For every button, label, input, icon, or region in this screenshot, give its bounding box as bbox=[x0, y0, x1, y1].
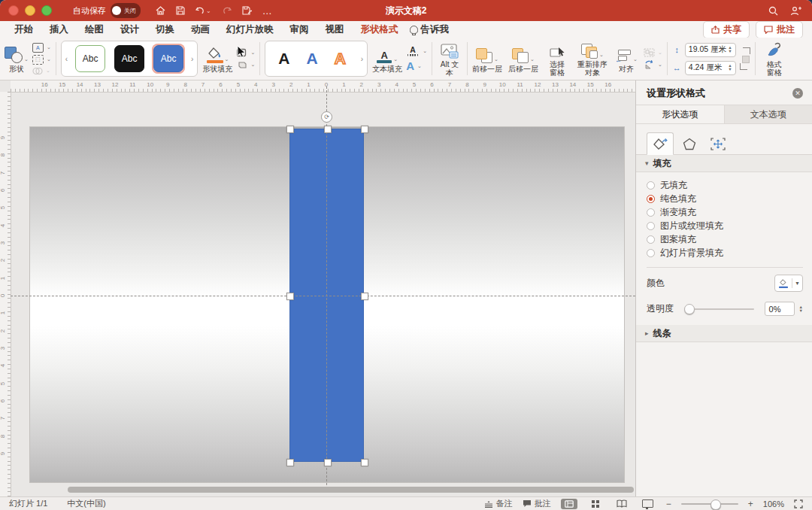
selection-handle[interactable] bbox=[361, 459, 368, 466]
fill-option[interactable]: 纯色填充 bbox=[647, 192, 812, 205]
fill-option[interactable]: 幻灯片背景填充 bbox=[647, 246, 812, 260]
fill-line-tab[interactable] bbox=[647, 132, 674, 155]
shape-outline-button[interactable]: ⌄ bbox=[236, 48, 255, 58]
tell-me-button[interactable]: 告诉我 bbox=[410, 23, 450, 36]
ribbon-tab[interactable]: 绘图 bbox=[77, 22, 112, 38]
home-icon[interactable] bbox=[156, 6, 165, 15]
shape-style-thumbnail[interactable]: Abc bbox=[74, 44, 107, 74]
share-button[interactable]: 共享 bbox=[703, 21, 750, 38]
reorder-objects-button[interactable]: ⌄ 重新排序对象 bbox=[576, 41, 609, 77]
ribbon-tab[interactable]: 形状格式 bbox=[353, 22, 407, 38]
text-fill-button[interactable]: A ⌄ 文本填充 bbox=[372, 45, 402, 73]
slide-sorter-view-button[interactable] bbox=[587, 499, 604, 509]
selection-handle[interactable] bbox=[324, 126, 332, 133]
text-effects-button[interactable]: A ⌄ bbox=[406, 59, 427, 72]
ribbon-tab[interactable]: 审阅 bbox=[282, 22, 317, 38]
zoom-level[interactable]: 106% bbox=[763, 499, 784, 508]
close-pane-icon[interactable]: ✕ bbox=[792, 88, 803, 99]
height-stepper[interactable]: ▲▼ bbox=[728, 46, 732, 53]
ribbon-tab[interactable]: 视图 bbox=[317, 22, 353, 38]
ribbon-tab[interactable]: 动画 bbox=[183, 22, 218, 38]
slider-thumb[interactable] bbox=[684, 304, 695, 314]
fill-color-picker[interactable]: ▼ bbox=[774, 275, 803, 292]
fill-option[interactable]: 无填充 bbox=[647, 178, 812, 192]
save-icon[interactable] bbox=[176, 6, 185, 15]
ribbon-tab[interactable]: 开始 bbox=[6, 22, 41, 38]
zoom-slider[interactable] bbox=[681, 503, 738, 505]
horizontal-scrollbar[interactable] bbox=[68, 487, 634, 493]
search-icon[interactable] bbox=[768, 6, 778, 16]
zoom-out-icon[interactable]: − bbox=[666, 499, 671, 509]
autosave-toggle[interactable]: 关闭 bbox=[111, 3, 141, 18]
language-indicator[interactable]: 中文(中国) bbox=[67, 498, 105, 509]
lock-aspect-ratio-icon[interactable] bbox=[740, 47, 750, 70]
transparency-slider[interactable] bbox=[684, 308, 754, 310]
tab-text-options[interactable]: 文本选项 bbox=[724, 105, 812, 123]
shape-style-thumbnail[interactable]: Abc bbox=[113, 44, 146, 74]
selection-handle[interactable] bbox=[286, 126, 294, 133]
ribbon-tab[interactable]: 插入 bbox=[41, 22, 77, 38]
radio-icon[interactable] bbox=[647, 195, 655, 203]
maximize-window-button[interactable] bbox=[41, 5, 52, 16]
rotate-objects-button[interactable]: ⌄ bbox=[644, 59, 662, 69]
text-outline-button[interactable]: A ⌄ bbox=[406, 45, 427, 57]
comments-button[interactable]: 批注 bbox=[756, 21, 803, 38]
reading-view-button[interactable] bbox=[614, 499, 630, 509]
selection-handle[interactable] bbox=[324, 459, 332, 466]
size-properties-tab[interactable] bbox=[705, 133, 731, 154]
shape-style-thumbnail[interactable]: Abc bbox=[152, 44, 185, 74]
radio-icon[interactable] bbox=[647, 235, 655, 244]
radio-icon[interactable] bbox=[647, 249, 655, 257]
zoom-in-icon[interactable]: + bbox=[748, 499, 753, 509]
selection-handle[interactable] bbox=[361, 126, 368, 133]
share-user-icon[interactable] bbox=[790, 6, 801, 16]
fill-section-header[interactable]: ▾ 填充 bbox=[636, 155, 812, 172]
shape-height-field[interactable]: 19.05 厘米 ▲▼ bbox=[685, 43, 736, 57]
normal-view-button[interactable] bbox=[561, 499, 577, 509]
notes-button[interactable]: 备注 bbox=[484, 498, 513, 509]
bring-forward-button[interactable]: ⌄ 前移一层 bbox=[472, 45, 502, 73]
save-as-icon[interactable] bbox=[242, 6, 252, 15]
fit-to-window-icon[interactable] bbox=[794, 499, 803, 508]
tab-shape-options[interactable]: 形状选项 bbox=[636, 105, 724, 123]
selection-handle[interactable] bbox=[361, 293, 368, 300]
format-pane-button[interactable]: 格式窗格 bbox=[760, 41, 789, 77]
undo-icon[interactable]: ⌄ bbox=[195, 6, 211, 15]
radio-icon[interactable] bbox=[647, 181, 655, 190]
gallery-next-icon[interactable]: › bbox=[191, 55, 193, 63]
status-comments-button[interactable]: 批注 bbox=[523, 498, 551, 509]
line-section-header[interactable]: ▸ 线条 bbox=[636, 325, 812, 342]
insert-shapes-button[interactable]: ⌄ 形状 bbox=[5, 45, 29, 73]
ribbon-tab[interactable]: 幻灯片放映 bbox=[218, 22, 282, 38]
shape-effects-button[interactable]: ⌄ bbox=[236, 60, 255, 70]
rotation-handle[interactable]: ⟳ bbox=[321, 111, 332, 123]
text-gallery-next-icon[interactable]: › bbox=[361, 55, 363, 63]
fill-option[interactable]: 图片或纹理填充 bbox=[647, 219, 812, 232]
text-box-button[interactable]: A⌄ bbox=[32, 43, 51, 53]
text-style-thumbnail[interactable]: A bbox=[278, 50, 289, 67]
width-stepper[interactable]: ▲▼ bbox=[728, 64, 732, 71]
close-window-button[interactable] bbox=[8, 5, 19, 16]
text-style-thumbnail[interactable]: A bbox=[335, 50, 346, 67]
shape-fill-button[interactable]: ⌄ 形状填充 bbox=[202, 45, 232, 73]
autosave-control[interactable]: 自动保存 关闭 bbox=[73, 3, 141, 18]
radio-icon[interactable] bbox=[647, 208, 655, 217]
transparency-stepper[interactable]: ▲▼ bbox=[799, 305, 803, 313]
zoom-slider-thumb[interactable] bbox=[710, 499, 721, 510]
selection-handle[interactable] bbox=[286, 293, 294, 300]
fill-option[interactable]: 图案填充 bbox=[647, 232, 812, 246]
minimize-window-button[interactable] bbox=[25, 5, 35, 16]
shape-width-field[interactable]: 4.24 厘米 ▲▼ bbox=[685, 61, 736, 75]
radio-icon[interactable] bbox=[647, 222, 655, 230]
slideshow-view-button[interactable] bbox=[640, 499, 656, 509]
transparency-field[interactable]: 0% bbox=[765, 302, 795, 316]
selection-handle[interactable] bbox=[286, 459, 294, 466]
more-commands-icon[interactable]: … bbox=[262, 5, 272, 17]
undo-dropdown-chevron[interactable]: ⌄ bbox=[206, 8, 211, 14]
selection-pane-button[interactable]: 选择窗格 bbox=[544, 41, 570, 77]
gallery-prev-icon[interactable]: ‹ bbox=[65, 55, 68, 63]
align-button[interactable]: ← ⌄ 对齐 bbox=[615, 45, 638, 73]
slide-canvas[interactable]: 1615141312111098765432101234567891011121… bbox=[0, 80, 635, 496]
ribbon-tab[interactable]: 切换 bbox=[147, 22, 183, 38]
ribbon-tab[interactable]: 设计 bbox=[112, 22, 147, 38]
